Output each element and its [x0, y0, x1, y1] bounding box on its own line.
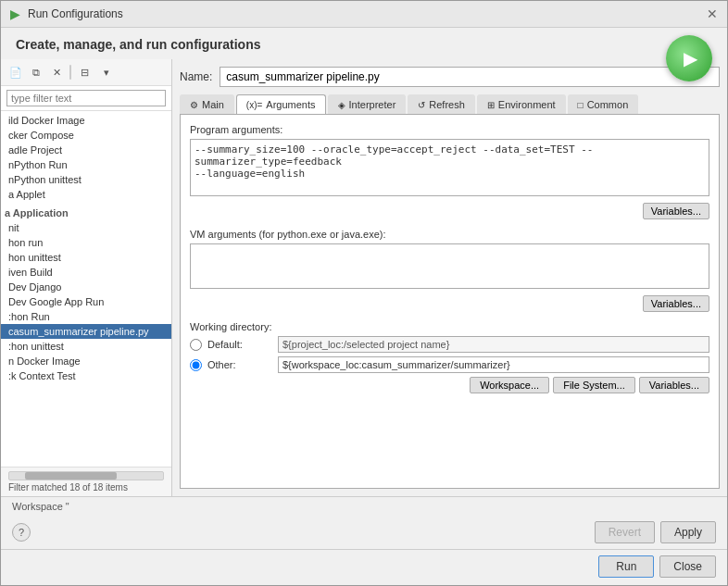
- program-args-variables-button[interactable]: Variables...: [643, 203, 709, 219]
- tree-item-hon-unittest-2[interactable]: :hon unittest: [1, 339, 171, 354]
- filter-input[interactable]: [6, 90, 166, 106]
- working-dir-label: Working directory:: [190, 321, 709, 332]
- dialog-title: Create, manage, and run configurations: [16, 37, 712, 52]
- filter-wrap: [1, 86, 171, 111]
- tab-environment[interactable]: ⊞ Environment: [477, 94, 566, 114]
- name-label: Name:: [180, 70, 212, 83]
- default-dir-input[interactable]: [278, 336, 709, 353]
- vm-args-input[interactable]: [190, 243, 709, 289]
- workspace-text: Workspace ": [12, 501, 69, 512]
- arguments-tab-icon: (x)=: [246, 100, 263, 110]
- delete-config-button[interactable]: ✕: [47, 63, 66, 81]
- program-args-wrap: --summary_size=100 --oracle_type=accept_…: [190, 139, 709, 199]
- tree-item-docker-image[interactable]: ild Docker Image: [1, 113, 171, 128]
- bottom-area: Workspace " ? Revert Apply Run Close: [1, 496, 727, 585]
- run-button-bottom[interactable]: Run: [598, 555, 654, 578]
- tab-main[interactable]: ⚙ Main: [180, 94, 234, 114]
- tab-environment-label: Environment: [498, 99, 556, 110]
- duplicate-config-button[interactable]: ⧉: [27, 63, 45, 81]
- tree-item-docker-compose[interactable]: cker Compose: [1, 128, 171, 143]
- other-radio-row: Other:: [190, 356, 709, 373]
- close-button-bottom[interactable]: Close: [659, 555, 716, 578]
- tab-arguments-label: Arguments: [266, 99, 315, 110]
- vm-args-section: VM arguments (for python.exe or java.exe…: [190, 229, 709, 312]
- tab-main-label: Main: [202, 99, 224, 110]
- help-button[interactable]: ?: [12, 523, 31, 542]
- title-bar-icon: ▶: [10, 6, 20, 21]
- workspace-notice: Workspace ": [1, 497, 727, 516]
- tree-item-iven-build[interactable]: iven Build: [1, 265, 171, 280]
- config-tree: ild Docker Image cker Compose adle Proje…: [1, 111, 171, 467]
- tab-interpreter[interactable]: ◈ Interpreter: [328, 94, 407, 114]
- tab-common-label: Common: [587, 99, 629, 110]
- tree-item-casum-summarizer[interactable]: casum_summarizer pipeline.py: [1, 324, 171, 339]
- tab-arguments[interactable]: (x)= Arguments: [236, 94, 326, 114]
- tree-item-gradle[interactable]: adle Project: [1, 143, 171, 157]
- apply-button[interactable]: Apply: [660, 521, 716, 543]
- tree-item-hon-run[interactable]: hon run: [1, 235, 171, 250]
- workspace-button[interactable]: Workspace...: [470, 377, 549, 393]
- tab-refresh[interactable]: ↺ Refresh: [408, 94, 475, 114]
- interpreter-tab-icon: ◈: [338, 100, 345, 110]
- tree-item-dev-django[interactable]: Dev Django: [1, 280, 171, 294]
- vm-args-variables-button[interactable]: Variables...: [643, 295, 709, 312]
- close-button[interactable]: ✕: [707, 6, 718, 21]
- run-configurations-dialog: ▶ Run Configurations ✕ Create, manage, a…: [0, 0, 728, 586]
- action-buttons: Revert Apply: [595, 521, 716, 543]
- more-button[interactable]: ▾: [95, 63, 118, 81]
- run-button[interactable]: [666, 35, 712, 81]
- filter-status: Filter matched 18 of 18 items: [8, 482, 164, 492]
- filter-button[interactable]: ⊟: [75, 63, 94, 81]
- title-bar: ▶ Run Configurations ✕: [1, 1, 727, 28]
- working-dir-section: Working directory: Default: Other: Works…: [190, 321, 709, 393]
- right-panel: Name: ⚙ Main (x)= Arguments ◈ Interprete…: [172, 59, 727, 496]
- main-content: 📄 ⧉ ✕ ⊟ ▾ ild Docker Image cker Compose …: [1, 59, 727, 496]
- default-radio-row: Default:: [190, 336, 709, 353]
- new-config-button[interactable]: 📄: [6, 63, 25, 81]
- refresh-tab-icon: ↺: [418, 100, 425, 110]
- program-args-label: Program arguments:: [190, 124, 709, 135]
- tab-refresh-label: Refresh: [429, 99, 465, 110]
- default-radio-label: Default:: [207, 339, 272, 350]
- other-radio[interactable]: [190, 359, 202, 371]
- title-bar-text: Run Configurations: [28, 7, 699, 20]
- main-tab-icon: ⚙: [190, 100, 198, 110]
- revert-button[interactable]: Revert: [595, 521, 655, 543]
- tab-common[interactable]: □ Common: [568, 94, 639, 114]
- program-args-section: Program arguments: --summary_size=100 --…: [190, 124, 709, 219]
- tree-item-hon-unittest[interactable]: hon unittest: [1, 250, 171, 265]
- bottom-buttons-row: ? Revert Apply: [1, 516, 727, 549]
- dir-buttons: Workspace... File System... Variables...: [190, 377, 709, 393]
- tree-item-npython-run[interactable]: nPython Run: [1, 157, 171, 172]
- tree-item-context-test[interactable]: :k Context Test: [1, 368, 171, 383]
- left-footer: Filter matched 18 of 18 items: [1, 467, 171, 496]
- tree-item-applet[interactable]: a Applet: [1, 187, 171, 202]
- tree-item-docker-image-2[interactable]: n Docker Image: [1, 354, 171, 368]
- tabs-bar: ⚙ Main (x)= Arguments ◈ Interpreter ↺ Re…: [180, 94, 720, 115]
- tree-item-nit[interactable]: nit: [1, 220, 171, 235]
- tab-content-arguments: Program arguments: --summary_size=100 --…: [180, 115, 720, 489]
- tree-item-npython-unittest[interactable]: nPython unittest: [1, 172, 171, 187]
- toolbar-separator: [69, 65, 71, 80]
- tab-interpreter-label: Interpreter: [349, 99, 396, 110]
- environment-tab-icon: ⊞: [487, 100, 495, 110]
- common-tab-icon: □: [578, 100, 584, 110]
- other-radio-label: Other:: [207, 359, 272, 370]
- horizontal-scroll[interactable]: [8, 471, 164, 480]
- dir-variables-button[interactable]: Variables...: [639, 377, 709, 393]
- name-row: Name:: [180, 67, 720, 87]
- filesystem-button[interactable]: File System...: [553, 377, 635, 393]
- vm-args-label: VM arguments (for python.exe or java.exe…: [190, 229, 709, 240]
- default-radio[interactable]: [190, 339, 202, 351]
- run-close-row: Run Close: [1, 549, 727, 585]
- header-area: Create, manage, and run configurations: [1, 28, 727, 59]
- name-input[interactable]: [220, 67, 720, 87]
- left-panel: 📄 ⧉ ✕ ⊟ ▾ ild Docker Image cker Compose …: [1, 59, 172, 496]
- tree-section-application[interactable]: a Application: [1, 202, 171, 220]
- left-toolbar: 📄 ⧉ ✕ ⊟ ▾: [1, 59, 171, 86]
- other-dir-input[interactable]: [278, 356, 709, 373]
- vm-args-wrap: [190, 243, 709, 292]
- tree-item-hon-run-2[interactable]: :hon Run: [1, 309, 171, 324]
- tree-item-google-app[interactable]: Dev Google App Run: [1, 294, 171, 309]
- program-args-input[interactable]: --summary_size=100 --oracle_type=accept_…: [190, 139, 709, 196]
